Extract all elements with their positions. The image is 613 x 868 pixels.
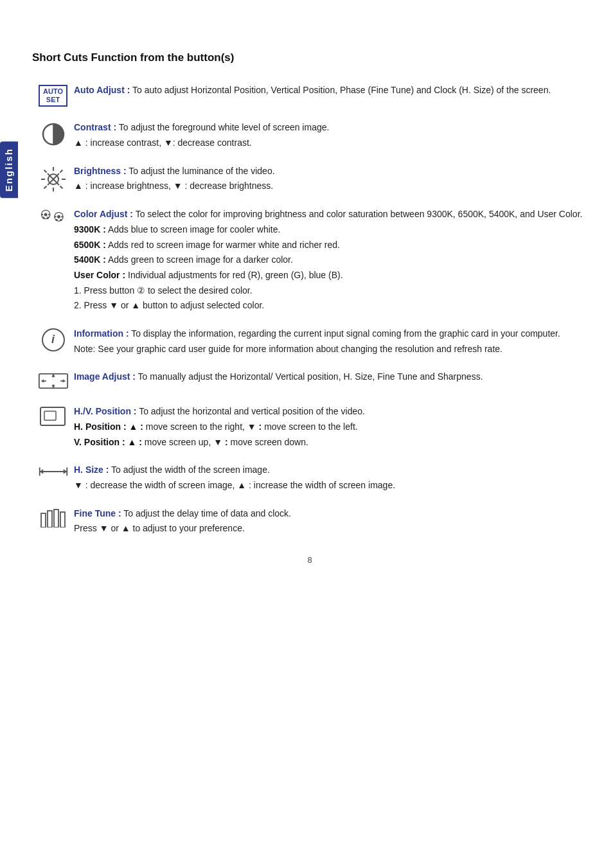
svg-point-23 bbox=[55, 216, 57, 218]
item-brightness: Brightness : To adjust the luminance of … bbox=[32, 164, 587, 193]
image-adjust-text: Image Adjust : To manually adjust the Ho… bbox=[74, 370, 587, 384]
h-size-text: H. Size : To adjust the width of the scr… bbox=[74, 463, 587, 492]
svg-point-15 bbox=[42, 217, 44, 218]
image-adjust-icon bbox=[38, 371, 69, 391]
hv-position-label: H./V. Position : bbox=[74, 406, 137, 416]
information-text: Information : To display the information… bbox=[74, 327, 587, 356]
svg-rect-44 bbox=[60, 512, 65, 527]
h-size-icon bbox=[37, 465, 69, 479]
svg-line-8 bbox=[60, 186, 62, 188]
contrast-icon bbox=[41, 122, 66, 146]
svg-rect-41 bbox=[41, 513, 46, 527]
fine-tune-icon bbox=[39, 508, 68, 527]
brightness-label: Brightness : bbox=[74, 166, 127, 176]
auto-adjust-desc: To auto adjust Horizontal Position, Vert… bbox=[130, 85, 551, 95]
item-auto-adjust: AUTOSET Auto Adjust : To auto adjust Hor… bbox=[32, 84, 587, 107]
fine-tune-text: Fine Tune : To adjust the delay time of … bbox=[74, 507, 587, 536]
page-number: 8 bbox=[32, 555, 587, 565]
brightness-text: Brightness : To adjust the luminance of … bbox=[74, 164, 587, 193]
svg-marker-27 bbox=[41, 380, 44, 384]
information-label: Information : bbox=[74, 328, 129, 339]
auto-adjust-text: Auto Adjust : To auto adjust Horizontal … bbox=[74, 84, 587, 98]
svg-line-10 bbox=[44, 186, 46, 188]
info-icon: i bbox=[42, 328, 65, 351]
svg-point-17 bbox=[41, 214, 43, 216]
auto-adjust-label: Auto Adjust : bbox=[74, 85, 130, 95]
svg-point-22 bbox=[60, 219, 62, 221]
svg-point-16 bbox=[46, 217, 48, 218]
svg-line-7 bbox=[44, 170, 46, 172]
item-image-adjust: Image Adjust : To manually adjust the Ho… bbox=[32, 370, 587, 391]
svg-rect-42 bbox=[48, 511, 52, 527]
color-adjust-text: Color Adjust : To select the color for i… bbox=[74, 208, 587, 313]
item-information: i Information : To display the informati… bbox=[32, 327, 587, 356]
hv-position-icon bbox=[39, 406, 67, 429]
side-tab-english: English bbox=[0, 141, 18, 198]
svg-rect-35 bbox=[44, 411, 56, 420]
svg-point-14 bbox=[44, 213, 47, 217]
page-title: Short Cuts Function from the button(s) bbox=[32, 51, 587, 64]
fine-tune-label: Fine Tune : bbox=[74, 508, 121, 518]
color-adjust-label: Color Adjust : bbox=[74, 209, 133, 219]
item-color-adjust: Color Adjust : To select the color for i… bbox=[32, 208, 587, 313]
svg-point-20 bbox=[57, 215, 60, 218]
item-h-size: H. Size : To adjust the width of the scr… bbox=[32, 463, 587, 492]
item-fine-tune: Fine Tune : To adjust the delay time of … bbox=[32, 507, 587, 536]
brightness-icon bbox=[40, 166, 67, 193]
h-size-label: H. Size : bbox=[74, 465, 109, 475]
auto-set-icon: AUTOSET bbox=[39, 85, 67, 107]
color-adjust-icon bbox=[39, 209, 67, 227]
svg-line-9 bbox=[60, 170, 62, 172]
svg-point-21 bbox=[55, 219, 57, 221]
svg-point-24 bbox=[61, 216, 63, 218]
svg-point-18 bbox=[48, 214, 49, 216]
contrast-label: Contrast : bbox=[74, 122, 116, 132]
item-contrast: Contrast : To adjust the foreground whit… bbox=[32, 121, 587, 150]
contrast-text: Contrast : To adjust the foreground whit… bbox=[74, 121, 587, 150]
hv-position-text: H./V. Position : To adjust the horizonta… bbox=[74, 405, 587, 449]
item-hv-position: H./V. Position : To adjust the horizonta… bbox=[32, 405, 587, 449]
svg-rect-43 bbox=[54, 509, 58, 527]
svg-marker-29 bbox=[62, 380, 65, 384]
image-adjust-label: Image Adjust : bbox=[74, 371, 136, 382]
